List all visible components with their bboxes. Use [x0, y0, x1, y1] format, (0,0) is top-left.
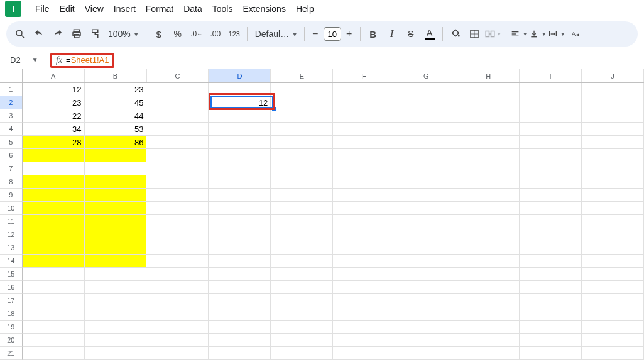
cell[interactable]: [520, 123, 582, 136]
cell[interactable]: [85, 175, 147, 189]
cell[interactable]: [582, 321, 644, 334]
cell[interactable]: [333, 136, 395, 149]
cell[interactable]: [520, 321, 582, 334]
fill-color-button[interactable]: [447, 25, 464, 43]
cell[interactable]: [209, 294, 271, 307]
cell[interactable]: [146, 149, 209, 162]
cell[interactable]: [209, 268, 271, 281]
formula-input[interactable]: =Sheet1!A1: [66, 55, 109, 65]
cell[interactable]: [146, 347, 209, 360]
cell[interactable]: [271, 321, 333, 334]
cell[interactable]: [582, 123, 644, 136]
cell[interactable]: [333, 175, 395, 189]
cell[interactable]: 23: [23, 96, 85, 109]
cell[interactable]: [457, 149, 520, 162]
cell[interactable]: [395, 96, 457, 109]
menu-insert[interactable]: Insert: [109, 1, 141, 16]
zoom-dropdown[interactable]: 100%▼: [106, 29, 142, 39]
cell[interactable]: [582, 162, 644, 175]
cell[interactable]: [582, 241, 644, 255]
row-header[interactable]: 17: [0, 294, 23, 307]
increase-decimal-button[interactable]: .00: [207, 25, 224, 43]
cell[interactable]: [520, 162, 582, 175]
cell[interactable]: [209, 241, 271, 255]
cell[interactable]: [209, 109, 271, 123]
cell[interactable]: [333, 123, 395, 136]
cell[interactable]: [85, 334, 147, 347]
cell[interactable]: [23, 202, 85, 215]
cell[interactable]: [209, 281, 271, 294]
search-icon[interactable]: [11, 25, 29, 43]
column-header[interactable]: J: [582, 69, 644, 82]
cell[interactable]: [85, 321, 147, 334]
cell[interactable]: [582, 255, 644, 268]
cell[interactable]: [457, 189, 520, 202]
row-header[interactable]: 12: [0, 228, 23, 241]
cell[interactable]: [333, 294, 395, 307]
cell[interactable]: 45: [85, 96, 147, 109]
cell[interactable]: [146, 228, 209, 241]
cell[interactable]: [271, 123, 333, 136]
cell[interactable]: [582, 83, 644, 96]
cell[interactable]: 34: [23, 123, 85, 136]
cell[interactable]: [333, 228, 395, 241]
text-wrap-button[interactable]: ▼: [548, 25, 565, 43]
cell[interactable]: [209, 123, 271, 136]
cell[interactable]: [146, 268, 209, 281]
cell[interactable]: [333, 96, 395, 109]
cell[interactable]: [520, 255, 582, 268]
cell[interactable]: [582, 294, 644, 307]
cell[interactable]: [146, 83, 209, 96]
cell[interactable]: [582, 96, 644, 109]
vertical-align-button[interactable]: ▼: [529, 25, 547, 43]
cell[interactable]: [395, 268, 457, 281]
column-header[interactable]: D: [209, 69, 271, 82]
cell[interactable]: [209, 321, 271, 334]
borders-button[interactable]: [466, 25, 483, 43]
cell[interactable]: [395, 109, 457, 123]
cell[interactable]: [457, 281, 520, 294]
cell[interactable]: [520, 294, 582, 307]
cell[interactable]: [520, 281, 582, 294]
menu-file[interactable]: File: [30, 1, 55, 16]
cell[interactable]: [395, 175, 457, 189]
cell[interactable]: 23: [85, 83, 147, 96]
cell[interactable]: [146, 255, 209, 268]
cell[interactable]: [395, 281, 457, 294]
cell[interactable]: [520, 268, 582, 281]
cell[interactable]: 86: [85, 136, 147, 149]
cell[interactable]: [582, 307, 644, 321]
bold-button[interactable]: B: [364, 25, 382, 43]
cell[interactable]: [333, 189, 395, 202]
cell[interactable]: [582, 347, 644, 360]
cell[interactable]: [333, 215, 395, 228]
cell[interactable]: [520, 334, 582, 347]
cell[interactable]: [271, 294, 333, 307]
cell[interactable]: [271, 228, 333, 241]
cell[interactable]: [395, 123, 457, 136]
cell[interactable]: [85, 268, 147, 281]
column-header[interactable]: B: [85, 69, 147, 82]
cell[interactable]: [457, 347, 520, 360]
cell[interactable]: [457, 123, 520, 136]
text-rotation-button[interactable]: A: [567, 25, 584, 43]
cell[interactable]: [457, 228, 520, 241]
cell[interactable]: [271, 281, 333, 294]
merge-cells-button[interactable]: ▼: [484, 25, 502, 43]
cell[interactable]: [209, 175, 271, 189]
cell[interactable]: [457, 241, 520, 255]
increase-font-button[interactable]: +: [342, 25, 356, 43]
cell[interactable]: [395, 294, 457, 307]
cell[interactable]: [146, 215, 209, 228]
font-size-input[interactable]: [324, 27, 341, 41]
cell[interactable]: [520, 241, 582, 255]
cell[interactable]: [333, 281, 395, 294]
cell[interactable]: [333, 149, 395, 162]
cell[interactable]: [85, 189, 147, 202]
cell[interactable]: [209, 162, 271, 175]
cell[interactable]: [333, 255, 395, 268]
cell[interactable]: [271, 255, 333, 268]
cell[interactable]: [271, 307, 333, 321]
row-header[interactable]: 19: [0, 321, 23, 334]
cell[interactable]: [520, 228, 582, 241]
